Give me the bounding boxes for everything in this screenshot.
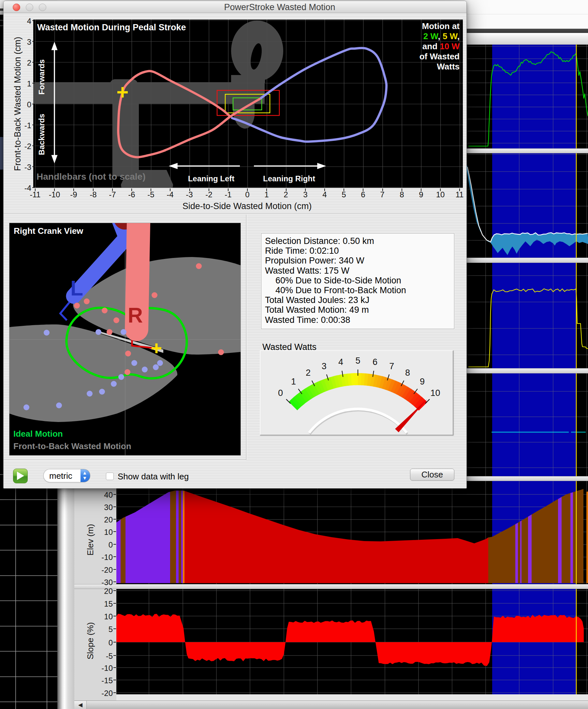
svg-text:6: 6	[372, 357, 377, 367]
svg-text:L: L	[71, 277, 83, 300]
svg-text:7: 7	[389, 361, 394, 371]
svg-text:Forwards: Forwards	[37, 59, 46, 95]
svg-text:4: 4	[338, 357, 343, 367]
svg-text:9: 9	[420, 377, 425, 387]
svg-text:R: R	[128, 304, 143, 327]
svg-text:10: 10	[430, 388, 440, 398]
svg-text:1: 1	[291, 377, 296, 387]
svg-text:Right Crank View: Right Crank View	[14, 226, 83, 236]
svg-text:5: 5	[355, 356, 360, 366]
svg-text:8: 8	[405, 368, 410, 378]
svg-text:3: 3	[322, 361, 327, 371]
svg-text:2: 2	[306, 368, 311, 378]
svg-text:Ideal Motion: Ideal Motion	[13, 429, 63, 439]
svg-text:Front-to-Back Wasted Motion: Front-to-Back Wasted Motion	[13, 441, 131, 451]
svg-text:Backwards: Backwards	[37, 114, 46, 155]
svg-text:0: 0	[278, 388, 283, 398]
